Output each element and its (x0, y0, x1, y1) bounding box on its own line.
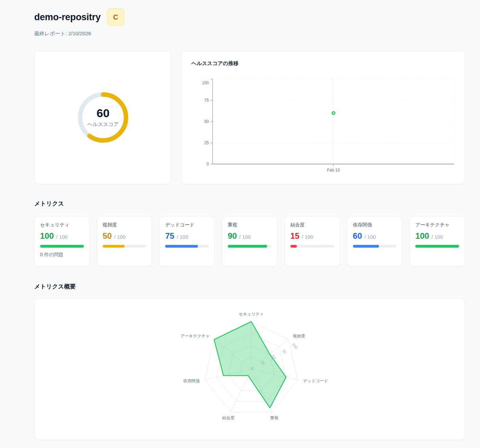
metric-value: 100 (40, 232, 54, 240)
metric-max: / 100 (114, 234, 125, 240)
metric-max: / 100 (177, 234, 188, 240)
health-score-card: 60 ヘルススコア (34, 51, 171, 184)
grade-badge: C (107, 8, 125, 26)
metric-value-row: 100/ 100 (415, 232, 459, 240)
summary-row: 60 ヘルススコア ヘルススコアの推移 0255075100Feb 10 (34, 51, 465, 184)
overview-section-title: メトリクス概要 (34, 283, 465, 290)
metric-label: デッドコード (165, 222, 209, 228)
metric-progress-track (415, 245, 459, 248)
metric-label: セキュリティ (40, 222, 84, 228)
page-title: demo-repositry (34, 12, 101, 23)
metric-label: 重複 (228, 222, 271, 228)
gauge-text: 60 ヘルススコア (74, 88, 132, 147)
radar-axis-label: デッドコード (303, 378, 328, 383)
dashboard: demo-repositry C 最終レポート: 2/10/2026 60 ヘル… (0, 0, 480, 440)
page-header: demo-repositry C (34, 8, 465, 26)
metric-card: 複雑度50/ 100 (97, 216, 152, 266)
metrics-radar-chart: セキュリティ複雑度デッドコード重複結合度依存関係アーキテクチャ025507510… (35, 298, 465, 440)
radar-axis-label: アーキテクチャ (180, 334, 210, 338)
radar-axis-label: セキュリティ (239, 312, 264, 316)
metrics-section-title: メトリクス (34, 200, 465, 208)
metric-label: 複雑度 (103, 222, 147, 228)
metric-card: セキュリティ100/ 1000 件の問題 (34, 216, 90, 266)
metric-label: 依存関係 (353, 222, 397, 228)
metric-value-row: 15/ 100 (290, 232, 334, 240)
metric-progress-fill (228, 245, 267, 248)
last-report-date: 最終レポート: 2/10/2026 (34, 30, 465, 37)
metric-value: 50 (103, 232, 112, 240)
radar-axis-label: 複雑度 (293, 334, 305, 338)
metric-value: 75 (165, 232, 174, 240)
metric-max: / 100 (431, 234, 443, 240)
radar-axis-label: 重複 (270, 415, 278, 420)
metric-max: / 100 (239, 234, 251, 240)
metric-progress-fill (415, 245, 459, 248)
metric-progress-fill (40, 245, 84, 248)
metric-value-row: 100/ 100 (40, 232, 84, 240)
metric-progress-fill (290, 245, 297, 248)
metric-card: デッドコード75/ 100 (159, 216, 215, 266)
y-tick-label: 25 (204, 140, 209, 145)
y-tick-label: 0 (206, 162, 209, 166)
health-trend-card: ヘルススコアの推移 0255075100Feb 10 (181, 51, 465, 184)
metric-value: 100 (415, 232, 429, 240)
metric-value: 15 (290, 232, 300, 240)
metric-card: 依存関係60/ 100 (347, 216, 403, 266)
metric-card: アーキテクチャ100/ 100 (409, 216, 465, 266)
radar-tick-label: 100 (291, 342, 299, 350)
health-score-label: ヘルススコア (87, 121, 119, 128)
metric-value-row: 90/ 100 (228, 232, 271, 240)
metric-note: 0 件の問題 (40, 252, 84, 258)
metric-value-row: 75/ 100 (165, 232, 209, 240)
metrics-overview-card: セキュリティ複雑度デッドコード重複結合度依存関係アーキテクチャ025507510… (34, 298, 465, 440)
metric-card: 重複90/ 100 (222, 216, 277, 266)
metric-max: / 100 (302, 234, 313, 240)
metric-progress-fill (165, 245, 198, 248)
metric-card: 結合度15/ 100 (285, 216, 340, 266)
y-tick-label: 100 (202, 80, 209, 85)
metric-max: / 100 (364, 234, 376, 240)
health-score-value: 60 (97, 107, 110, 119)
metrics-row: セキュリティ100/ 1000 件の問題複雑度50/ 100デッドコード75/ … (34, 216, 465, 266)
metric-progress-track (353, 245, 397, 248)
metric-progress-track (290, 245, 334, 248)
x-tick-label: Feb 10 (327, 168, 340, 173)
metric-label: 結合度 (290, 222, 334, 228)
metric-value: 60 (353, 232, 362, 240)
metric-max: / 100 (56, 234, 67, 240)
metric-progress-fill (353, 245, 379, 248)
health-trend-chart: 0255075100Feb 10 (182, 51, 465, 185)
y-tick-label: 50 (204, 119, 209, 124)
radar-axis-label: 依存関係 (183, 378, 200, 383)
health-score-gauge: 60 ヘルススコア (74, 88, 132, 147)
metric-label: アーキテクチャ (415, 222, 459, 228)
metric-progress-fill (103, 245, 125, 248)
metric-progress-track (103, 245, 147, 248)
metric-value: 90 (228, 232, 237, 240)
metric-progress-track (228, 245, 271, 248)
radar-tick-label: 75 (281, 349, 287, 354)
metric-progress-track (165, 245, 209, 248)
metric-value-row: 60/ 100 (353, 232, 397, 240)
y-tick-label: 75 (204, 98, 209, 103)
metric-value-row: 50/ 100 (103, 232, 147, 240)
radar-axis-label: 結合度 (222, 415, 235, 420)
trend-point (332, 112, 335, 114)
metric-progress-track (40, 245, 84, 248)
radar-data-polygon (214, 322, 286, 408)
